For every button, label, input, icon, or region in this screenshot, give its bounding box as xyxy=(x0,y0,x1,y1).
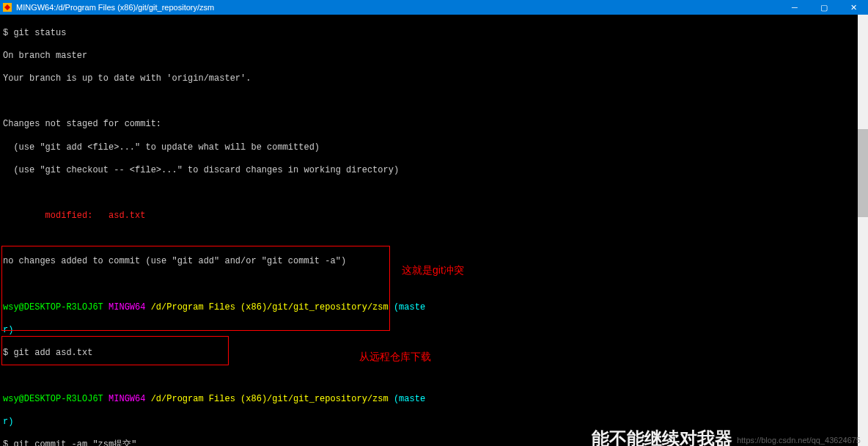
prompt-line: wsy@DESKTOP-R3LOJ6T MINGW64 /d/Program F… xyxy=(3,302,865,314)
blank-line xyxy=(3,96,865,108)
scrollbar[interactable] xyxy=(858,15,868,446)
output-line: On branch master xyxy=(3,51,865,62)
mingw-icon xyxy=(3,3,12,12)
watermark: https://blog.csdn.net/qq_43624675 xyxy=(737,436,861,445)
close-button[interactable]: ✕ xyxy=(839,0,868,15)
terminal-output[interactable]: $ git status On branch master Your branc… xyxy=(0,15,868,446)
window-titlebar: MINGW64:/d/Program Files (x86)/git/git_r… xyxy=(0,0,868,15)
blank-line xyxy=(3,370,865,382)
minimize-button[interactable]: ─ xyxy=(780,0,809,15)
output-line: Changes not staged for commit: xyxy=(3,119,865,131)
window-controls: ─ ▢ ✕ xyxy=(780,0,868,15)
blank-line xyxy=(3,188,865,200)
window-title: MINGW64:/d/Program Files (x86)/git/git_r… xyxy=(16,3,214,12)
prompt-line: r) xyxy=(3,417,865,428)
blank-line xyxy=(3,233,865,245)
output-line: Your branch is up to date with 'origin/m… xyxy=(3,73,865,85)
remote-pull-annotation: 从远程仓库下载 xyxy=(359,351,431,364)
cmd-line: $ git commit -am "zsm提交" xyxy=(3,439,865,446)
conflict-annotation: 这就是git冲突 xyxy=(402,264,464,277)
prompt-line: r) xyxy=(3,325,865,337)
prompt-line: wsy@DESKTOP-R3LOJ6T MINGW64 /d/Program F… xyxy=(3,394,865,406)
scroll-thumb[interactable] xyxy=(858,129,868,217)
cmd-line: $ git add asd.txt xyxy=(3,348,865,359)
cmd-line: $ git status xyxy=(3,28,865,40)
output-line: (use "git add <file>..." to update what … xyxy=(3,142,865,154)
blank-line xyxy=(3,279,865,291)
output-line: (use "git checkout -- <file>..." to disc… xyxy=(3,165,865,177)
maximize-button[interactable]: ▢ xyxy=(809,0,839,15)
overlay-text: 能不能继续对我器 xyxy=(592,427,732,446)
modified-line: modified: asd.txt xyxy=(3,211,865,222)
